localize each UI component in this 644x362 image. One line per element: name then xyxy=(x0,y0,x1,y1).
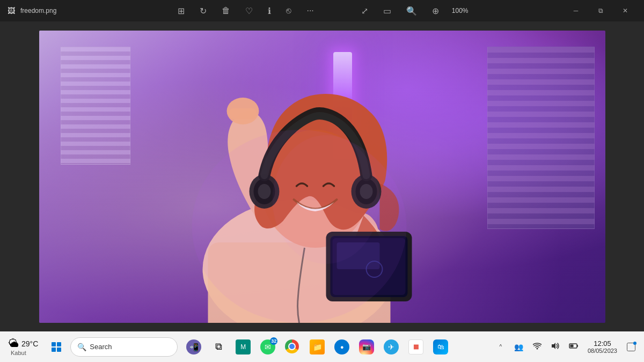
taskbar-app-chrome[interactable] xyxy=(281,335,304,359)
start-icon xyxy=(52,342,61,352)
taskbar-apps: 📲 ⧉ M ✉ 32 📁 ● 📷 xyxy=(182,335,452,359)
zoom-in-icon[interactable]: ⊕ xyxy=(430,4,441,18)
battery-icon xyxy=(569,343,579,351)
tray-people-icon[interactable]: 👥 xyxy=(510,338,528,356)
taskbar-app-telegram[interactable]: ✈ xyxy=(379,335,403,359)
window-controls: ─ ⧉ ✕ xyxy=(564,0,638,21)
volume-icon xyxy=(551,342,560,351)
weather-temperature: 29°C xyxy=(21,339,38,348)
notification-button[interactable] xyxy=(623,338,640,356)
calendar-icon: ▦ xyxy=(408,339,423,354)
taskbar-app-whatsapp[interactable]: ✉ 32 xyxy=(256,335,280,359)
system-tray: ^ 👥 xyxy=(492,337,640,356)
taskbar-app-files[interactable]: 📁 xyxy=(305,335,329,359)
taskbar-app-viber[interactable]: 📲 xyxy=(182,335,206,359)
search-label: Search xyxy=(90,343,112,351)
tray-network-icon[interactable] xyxy=(529,338,546,356)
clock-widget[interactable]: 12:05 08/05/2023 xyxy=(583,337,621,356)
taskbar: 🌥 29°C Kabut 🔍 Search 📲 ⧉ M ✉ 32 xyxy=(0,331,644,362)
meet-icon: M xyxy=(236,339,251,354)
chrome-icon xyxy=(285,339,300,354)
agent-icon: ● xyxy=(334,339,349,354)
zoom-out-icon[interactable]: 🔍 xyxy=(404,4,419,18)
expand-icon: ^ xyxy=(500,344,502,350)
image-display xyxy=(39,31,605,323)
info-icon[interactable]: ℹ xyxy=(266,4,273,18)
weather-top: 🌥 29°C xyxy=(9,337,38,350)
title-bar-toolbar: ⊞ ↻ 🗑 ♡ ℹ ⎋ ··· ⤢ ▭ 🔍 ⊕ 100% xyxy=(175,4,468,18)
svg-rect-23 xyxy=(627,343,635,351)
taskbar-app-taskview[interactable]: ⧉ xyxy=(207,335,230,359)
files-icon: 📁 xyxy=(310,339,325,354)
telegram-icon: ✈ xyxy=(384,339,399,354)
tray-battery-icon[interactable] xyxy=(565,338,582,356)
svg-point-17 xyxy=(273,135,380,264)
close-button[interactable]: ✕ xyxy=(613,0,638,21)
people-icon: 👥 xyxy=(514,343,523,351)
clock-time: 12:05 xyxy=(594,339,611,348)
image-viewer xyxy=(0,21,644,331)
svg-rect-22 xyxy=(577,345,578,347)
zoom-level: 100% xyxy=(452,7,469,14)
favorite-icon[interactable]: ♡ xyxy=(243,4,255,18)
title-filename: freedom.png xyxy=(20,7,56,14)
search-icon: 🔍 xyxy=(77,343,86,351)
taskbar-app-store[interactable]: 🛍 xyxy=(429,335,452,359)
slideshow-icon[interactable]: ▭ xyxy=(381,4,393,18)
taskbar-app-meet[interactable]: M xyxy=(231,335,255,359)
viber-icon: 📲 xyxy=(186,339,201,354)
search-bar[interactable]: 🔍 Search xyxy=(70,337,178,357)
taskbar-app-agent[interactable]: ● xyxy=(330,335,354,359)
svg-rect-3 xyxy=(230,108,257,119)
svg-point-18 xyxy=(536,348,538,350)
taskbar-app-instagram[interactable]: 📷 xyxy=(355,335,378,359)
instagram-icon: 📷 xyxy=(359,339,374,354)
minimize-button[interactable]: ─ xyxy=(564,0,588,21)
more-icon[interactable]: ··· xyxy=(304,4,316,18)
restore-button[interactable]: ⧉ xyxy=(588,0,613,21)
weather-widget[interactable]: 🌥 29°C Kabut xyxy=(4,335,42,358)
delete-icon[interactable]: 🗑 xyxy=(219,4,232,18)
network-icon xyxy=(533,342,541,351)
start-button[interactable] xyxy=(45,335,68,359)
tray-volume-icon[interactable] xyxy=(547,338,564,356)
store-icon: 🛍 xyxy=(433,339,448,354)
tray-expand-button[interactable]: ^ xyxy=(492,338,509,356)
share-icon[interactable]: ⎋ xyxy=(284,4,294,18)
clock-date: 08/05/2023 xyxy=(588,348,617,354)
rotate-icon[interactable]: ↻ xyxy=(197,4,209,18)
bg-blinds-right xyxy=(487,47,595,229)
person-illustration xyxy=(101,39,503,323)
svg-marker-19 xyxy=(552,343,555,349)
whatsapp-badge: 32 xyxy=(270,337,277,345)
photos-app-icon: 🖼 xyxy=(6,6,16,16)
photo-background xyxy=(39,31,605,323)
taskbar-app-calendar[interactable]: ▦ xyxy=(404,335,428,359)
weather-icon: 🌥 xyxy=(9,337,19,350)
add-album-icon[interactable]: ⊞ xyxy=(175,4,187,18)
fullscreen-icon[interactable]: ⤢ xyxy=(359,4,370,18)
weather-condition: Kabut xyxy=(11,350,26,356)
notification-icon xyxy=(627,343,635,351)
taskview-icon: ⧉ xyxy=(215,341,222,352)
svg-rect-21 xyxy=(570,345,573,348)
title-bar: 🖼 freedom.png ⊞ ↻ 🗑 ♡ ℹ ⎋ ··· ⤢ ▭ 🔍 ⊕ 10… xyxy=(0,0,644,21)
